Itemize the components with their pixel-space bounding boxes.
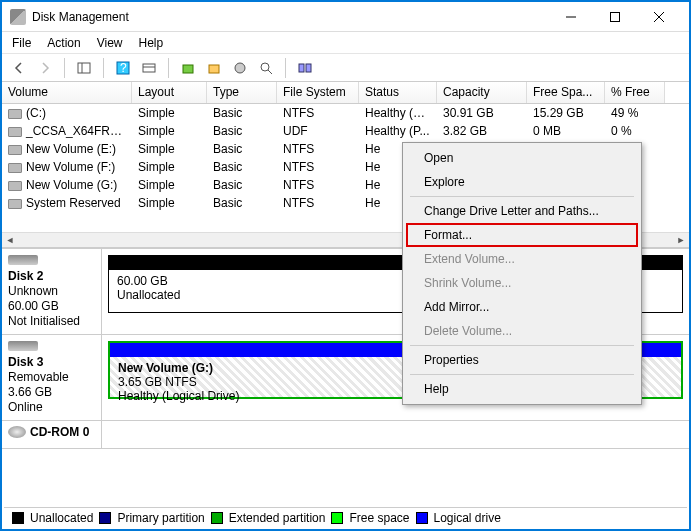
- show-hide-button[interactable]: [73, 57, 95, 79]
- disk-name: Disk 2: [8, 269, 95, 283]
- toolbar: ?: [2, 54, 689, 82]
- legend-label: Free space: [349, 511, 409, 525]
- menu-properties[interactable]: Properties: [406, 348, 638, 372]
- help-button[interactable]: ?: [112, 57, 134, 79]
- cell: Basic: [207, 196, 277, 210]
- scroll-left-icon[interactable]: ◄: [2, 233, 18, 247]
- tb-icon-3[interactable]: [229, 57, 251, 79]
- app-icon: [10, 9, 26, 25]
- cell: Simple: [132, 178, 207, 192]
- table-row[interactable]: (C:)SimpleBasicNTFSHealthy (B...30.91 GB…: [2, 104, 689, 122]
- table-row[interactable]: _CCSA_X64FRE_E...SimpleBasicUDFHealthy (…: [2, 122, 689, 140]
- menubar: File Action View Help: [2, 32, 689, 54]
- svg-rect-7: [183, 65, 193, 73]
- forward-button[interactable]: [34, 57, 56, 79]
- action-list-button[interactable]: [138, 57, 160, 79]
- col-free[interactable]: Free Spa...: [527, 82, 605, 103]
- disk-size: 60.00 GB: [8, 299, 95, 313]
- menu-change-drive-letter[interactable]: Change Drive Letter and Paths...: [406, 199, 638, 223]
- svg-point-10: [261, 63, 269, 71]
- svg-line-11: [268, 70, 272, 74]
- volume-icon: [8, 145, 22, 155]
- svg-rect-1: [78, 63, 90, 73]
- col-layout[interactable]: Layout: [132, 82, 207, 103]
- menu-action[interactable]: Action: [47, 36, 80, 50]
- volume-icon: [8, 109, 22, 119]
- cell: Basic: [207, 178, 277, 192]
- cell: Basic: [207, 142, 277, 156]
- disk-header[interactable]: Disk 3 Removable 3.66 GB Online: [2, 335, 102, 420]
- col-type[interactable]: Type: [207, 82, 277, 103]
- legend-label: Unallocated: [30, 511, 93, 525]
- col-status[interactable]: Status: [359, 82, 437, 103]
- cell: Simple: [132, 160, 207, 174]
- legend-swatch-unallocated: [12, 512, 24, 524]
- minimize-button[interactable]: [549, 3, 593, 31]
- volume-icon: [8, 199, 22, 209]
- cell: NTFS: [277, 178, 359, 192]
- menu-explore[interactable]: Explore: [406, 170, 638, 194]
- disk-icon: [8, 255, 38, 265]
- col-filesystem[interactable]: File System: [277, 82, 359, 103]
- menu-view[interactable]: View: [97, 36, 123, 50]
- cell: Simple: [132, 196, 207, 210]
- cell: 30.91 GB: [437, 106, 527, 120]
- close-button[interactable]: [637, 3, 681, 31]
- menu-format[interactable]: Format...: [406, 223, 638, 247]
- disk-name: CD-ROM 0: [30, 425, 89, 439]
- legend-label: Logical drive: [434, 511, 501, 525]
- disk-state: Not Initialised: [8, 314, 95, 328]
- disk-size: 3.66 GB: [8, 385, 95, 399]
- menu-open[interactable]: Open: [406, 146, 638, 170]
- scroll-right-icon[interactable]: ►: [673, 233, 689, 247]
- col-pctfree[interactable]: % Free: [605, 82, 665, 103]
- cell: Basic: [207, 106, 277, 120]
- col-capacity[interactable]: Capacity: [437, 82, 527, 103]
- menu-help[interactable]: Help: [139, 36, 164, 50]
- svg-rect-8: [209, 65, 219, 73]
- cell: Basic: [207, 160, 277, 174]
- cell: Healthy (P...: [359, 124, 437, 138]
- legend-swatch-extended: [211, 512, 223, 524]
- tb-icon-4[interactable]: [255, 57, 277, 79]
- svg-rect-0: [611, 12, 620, 21]
- volume-icon: [8, 127, 22, 137]
- cell: 3.82 GB: [437, 124, 527, 138]
- cell: NTFS: [277, 142, 359, 156]
- cell: _CCSA_X64FRE_E...: [2, 124, 132, 138]
- cell: Simple: [132, 124, 207, 138]
- window-title: Disk Management: [32, 10, 549, 24]
- cell: Basic: [207, 124, 277, 138]
- disk-type: Unknown: [8, 284, 95, 298]
- legend-label: Extended partition: [229, 511, 326, 525]
- legend: Unallocated Primary partition Extended p…: [4, 507, 687, 527]
- cell: Simple: [132, 142, 207, 156]
- cell: 0 %: [605, 124, 665, 138]
- disk-row: CD-ROM 0: [2, 421, 689, 449]
- disk-header[interactable]: Disk 2 Unknown 60.00 GB Not Initialised: [2, 249, 102, 334]
- back-button[interactable]: [8, 57, 30, 79]
- svg-rect-13: [306, 64, 311, 72]
- cell: (C:): [2, 106, 132, 120]
- menu-delete-volume: Delete Volume...: [406, 319, 638, 343]
- cell: System Reserved: [2, 196, 132, 210]
- col-volume[interactable]: Volume: [2, 82, 132, 103]
- cell: Healthy (B...: [359, 106, 437, 120]
- cdrom-icon: [8, 426, 26, 438]
- tb-icon-2[interactable]: [203, 57, 225, 79]
- cell: NTFS: [277, 196, 359, 210]
- svg-point-9: [235, 63, 245, 73]
- menu-shrink-volume: Shrink Volume...: [406, 271, 638, 295]
- legend-label: Primary partition: [117, 511, 204, 525]
- cell: New Volume (G:): [2, 178, 132, 192]
- tb-icon-5[interactable]: [294, 57, 316, 79]
- menu-help[interactable]: Help: [406, 377, 638, 401]
- tb-icon-1[interactable]: [177, 57, 199, 79]
- disk-header[interactable]: CD-ROM 0: [2, 421, 102, 448]
- legend-swatch-logical: [416, 512, 428, 524]
- cell: 49 %: [605, 106, 665, 120]
- cell: NTFS: [277, 160, 359, 174]
- menu-add-mirror[interactable]: Add Mirror...: [406, 295, 638, 319]
- menu-file[interactable]: File: [12, 36, 31, 50]
- maximize-button[interactable]: [593, 3, 637, 31]
